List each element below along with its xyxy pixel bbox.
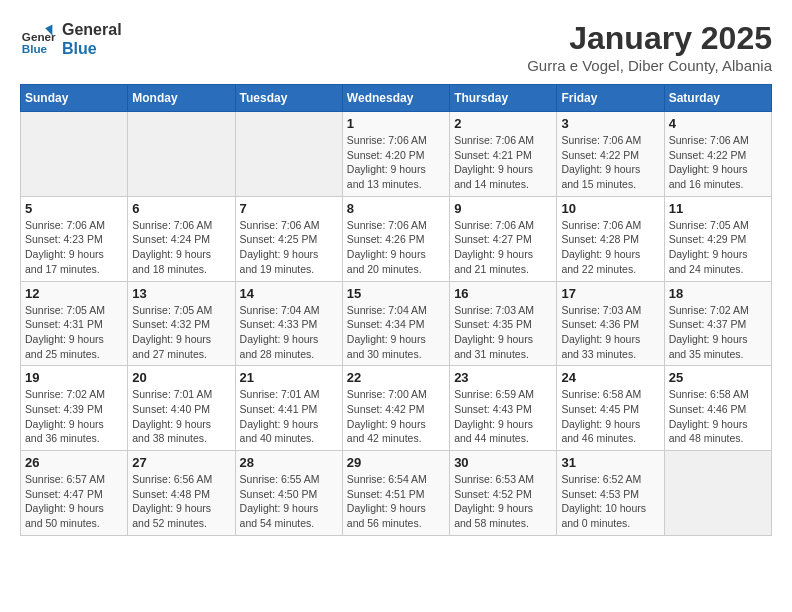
calendar-week-row: 12Sunrise: 7:05 AM Sunset: 4:31 PM Dayli… — [21, 281, 772, 366]
title-block: January 2025 Gurra e Vogel, Diber County… — [527, 20, 772, 74]
day-info: Sunrise: 7:06 AM Sunset: 4:24 PM Dayligh… — [132, 218, 230, 277]
month-title: January 2025 — [527, 20, 772, 57]
calendar-cell: 21Sunrise: 7:01 AM Sunset: 4:41 PM Dayli… — [235, 366, 342, 451]
calendar-table: SundayMondayTuesdayWednesdayThursdayFrid… — [20, 84, 772, 536]
calendar-cell: 4Sunrise: 7:06 AM Sunset: 4:22 PM Daylig… — [664, 112, 771, 197]
calendar-cell: 19Sunrise: 7:02 AM Sunset: 4:39 PM Dayli… — [21, 366, 128, 451]
day-info: Sunrise: 7:01 AM Sunset: 4:41 PM Dayligh… — [240, 387, 338, 446]
day-info: Sunrise: 7:00 AM Sunset: 4:42 PM Dayligh… — [347, 387, 445, 446]
day-info: Sunrise: 7:06 AM Sunset: 4:25 PM Dayligh… — [240, 218, 338, 277]
calendar-header: SundayMondayTuesdayWednesdayThursdayFrid… — [21, 85, 772, 112]
day-info: Sunrise: 6:58 AM Sunset: 4:45 PM Dayligh… — [561, 387, 659, 446]
day-info: Sunrise: 6:54 AM Sunset: 4:51 PM Dayligh… — [347, 472, 445, 531]
day-info: Sunrise: 7:03 AM Sunset: 4:36 PM Dayligh… — [561, 303, 659, 362]
location-subtitle: Gurra e Vogel, Diber County, Albania — [527, 57, 772, 74]
day-info: Sunrise: 6:53 AM Sunset: 4:52 PM Dayligh… — [454, 472, 552, 531]
day-number: 6 — [132, 201, 230, 216]
weekday-header: Wednesday — [342, 85, 449, 112]
day-number: 4 — [669, 116, 767, 131]
calendar-cell: 7Sunrise: 7:06 AM Sunset: 4:25 PM Daylig… — [235, 196, 342, 281]
weekday-header: Friday — [557, 85, 664, 112]
day-number: 15 — [347, 286, 445, 301]
calendar-cell — [664, 451, 771, 536]
calendar-cell: 20Sunrise: 7:01 AM Sunset: 4:40 PM Dayli… — [128, 366, 235, 451]
calendar-cell: 27Sunrise: 6:56 AM Sunset: 4:48 PM Dayli… — [128, 451, 235, 536]
day-info: Sunrise: 7:04 AM Sunset: 4:33 PM Dayligh… — [240, 303, 338, 362]
day-number: 16 — [454, 286, 552, 301]
day-info: Sunrise: 7:06 AM Sunset: 4:28 PM Dayligh… — [561, 218, 659, 277]
day-info: Sunrise: 7:06 AM Sunset: 4:26 PM Dayligh… — [347, 218, 445, 277]
day-number: 23 — [454, 370, 552, 385]
calendar-cell: 8Sunrise: 7:06 AM Sunset: 4:26 PM Daylig… — [342, 196, 449, 281]
day-info: Sunrise: 7:05 AM Sunset: 4:31 PM Dayligh… — [25, 303, 123, 362]
day-number: 10 — [561, 201, 659, 216]
weekday-header: Thursday — [450, 85, 557, 112]
calendar-cell: 26Sunrise: 6:57 AM Sunset: 4:47 PM Dayli… — [21, 451, 128, 536]
calendar-cell — [21, 112, 128, 197]
day-number: 17 — [561, 286, 659, 301]
day-number: 24 — [561, 370, 659, 385]
day-info: Sunrise: 7:05 AM Sunset: 4:32 PM Dayligh… — [132, 303, 230, 362]
day-info: Sunrise: 6:52 AM Sunset: 4:53 PM Dayligh… — [561, 472, 659, 531]
weekday-header: Monday — [128, 85, 235, 112]
day-number: 2 — [454, 116, 552, 131]
calendar-cell: 12Sunrise: 7:05 AM Sunset: 4:31 PM Dayli… — [21, 281, 128, 366]
calendar-cell: 2Sunrise: 7:06 AM Sunset: 4:21 PM Daylig… — [450, 112, 557, 197]
calendar-cell: 18Sunrise: 7:02 AM Sunset: 4:37 PM Dayli… — [664, 281, 771, 366]
day-number: 1 — [347, 116, 445, 131]
calendar-cell: 31Sunrise: 6:52 AM Sunset: 4:53 PM Dayli… — [557, 451, 664, 536]
day-number: 21 — [240, 370, 338, 385]
day-info: Sunrise: 7:06 AM Sunset: 4:20 PM Dayligh… — [347, 133, 445, 192]
day-number: 9 — [454, 201, 552, 216]
logo-icon: General Blue — [20, 21, 56, 57]
calendar-week-row: 19Sunrise: 7:02 AM Sunset: 4:39 PM Dayli… — [21, 366, 772, 451]
calendar-cell: 22Sunrise: 7:00 AM Sunset: 4:42 PM Dayli… — [342, 366, 449, 451]
day-number: 14 — [240, 286, 338, 301]
day-info: Sunrise: 6:56 AM Sunset: 4:48 PM Dayligh… — [132, 472, 230, 531]
day-number: 30 — [454, 455, 552, 470]
weekday-header: Tuesday — [235, 85, 342, 112]
svg-text:Blue: Blue — [22, 43, 48, 56]
calendar-cell: 23Sunrise: 6:59 AM Sunset: 4:43 PM Dayli… — [450, 366, 557, 451]
day-number: 11 — [669, 201, 767, 216]
calendar-week-row: 26Sunrise: 6:57 AM Sunset: 4:47 PM Dayli… — [21, 451, 772, 536]
day-info: Sunrise: 7:01 AM Sunset: 4:40 PM Dayligh… — [132, 387, 230, 446]
day-number: 12 — [25, 286, 123, 301]
day-info: Sunrise: 7:06 AM Sunset: 4:23 PM Dayligh… — [25, 218, 123, 277]
day-info: Sunrise: 6:55 AM Sunset: 4:50 PM Dayligh… — [240, 472, 338, 531]
calendar-week-row: 1Sunrise: 7:06 AM Sunset: 4:20 PM Daylig… — [21, 112, 772, 197]
day-info: Sunrise: 7:06 AM Sunset: 4:22 PM Dayligh… — [669, 133, 767, 192]
day-number: 8 — [347, 201, 445, 216]
day-info: Sunrise: 7:05 AM Sunset: 4:29 PM Dayligh… — [669, 218, 767, 277]
calendar-cell: 25Sunrise: 6:58 AM Sunset: 4:46 PM Dayli… — [664, 366, 771, 451]
calendar-cell: 16Sunrise: 7:03 AM Sunset: 4:35 PM Dayli… — [450, 281, 557, 366]
day-number: 20 — [132, 370, 230, 385]
day-info: Sunrise: 7:02 AM Sunset: 4:37 PM Dayligh… — [669, 303, 767, 362]
logo-general-text: General — [62, 20, 122, 39]
day-number: 27 — [132, 455, 230, 470]
day-number: 25 — [669, 370, 767, 385]
day-number: 29 — [347, 455, 445, 470]
day-number: 13 — [132, 286, 230, 301]
calendar-cell: 24Sunrise: 6:58 AM Sunset: 4:45 PM Dayli… — [557, 366, 664, 451]
day-info: Sunrise: 6:57 AM Sunset: 4:47 PM Dayligh… — [25, 472, 123, 531]
calendar-cell: 6Sunrise: 7:06 AM Sunset: 4:24 PM Daylig… — [128, 196, 235, 281]
day-number: 31 — [561, 455, 659, 470]
calendar-cell: 13Sunrise: 7:05 AM Sunset: 4:32 PM Dayli… — [128, 281, 235, 366]
calendar-cell: 9Sunrise: 7:06 AM Sunset: 4:27 PM Daylig… — [450, 196, 557, 281]
day-info: Sunrise: 7:04 AM Sunset: 4:34 PM Dayligh… — [347, 303, 445, 362]
calendar-body: 1Sunrise: 7:06 AM Sunset: 4:20 PM Daylig… — [21, 112, 772, 536]
day-info: Sunrise: 7:06 AM Sunset: 4:21 PM Dayligh… — [454, 133, 552, 192]
calendar-cell: 29Sunrise: 6:54 AM Sunset: 4:51 PM Dayli… — [342, 451, 449, 536]
calendar-cell — [235, 112, 342, 197]
calendar-cell: 30Sunrise: 6:53 AM Sunset: 4:52 PM Dayli… — [450, 451, 557, 536]
calendar-week-row: 5Sunrise: 7:06 AM Sunset: 4:23 PM Daylig… — [21, 196, 772, 281]
day-number: 22 — [347, 370, 445, 385]
page-header: General Blue General Blue January 2025 G… — [20, 20, 772, 74]
calendar-cell: 5Sunrise: 7:06 AM Sunset: 4:23 PM Daylig… — [21, 196, 128, 281]
day-info: Sunrise: 7:06 AM Sunset: 4:27 PM Dayligh… — [454, 218, 552, 277]
day-number: 28 — [240, 455, 338, 470]
calendar-cell: 3Sunrise: 7:06 AM Sunset: 4:22 PM Daylig… — [557, 112, 664, 197]
calendar-cell: 28Sunrise: 6:55 AM Sunset: 4:50 PM Dayli… — [235, 451, 342, 536]
day-number: 7 — [240, 201, 338, 216]
